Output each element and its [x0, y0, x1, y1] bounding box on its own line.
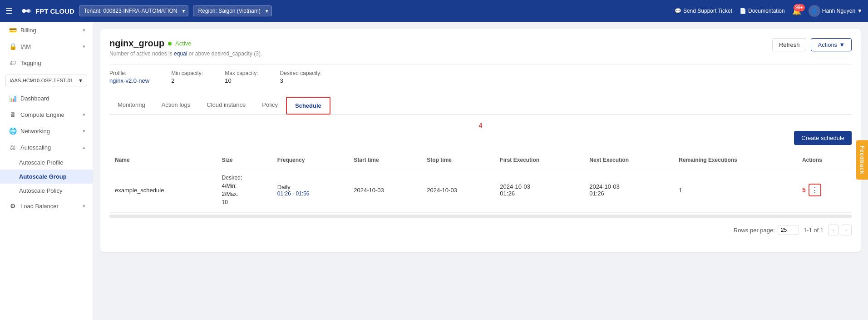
cell-remaining: 1: [673, 168, 797, 212]
user-name: Hanh Nguyen: [822, 8, 855, 14]
cell-size: Desired:4/Min:2/Max:10: [217, 168, 272, 212]
docs-icon: 📄: [740, 8, 746, 14]
group-title-area: nginx_group Active Number of active node…: [109, 38, 262, 57]
notification-bell[interactable]: 🔔 99+: [792, 7, 801, 15]
support-label: Send Support Ticket: [683, 8, 732, 14]
row-action-menu-button[interactable]: ⋮: [809, 184, 821, 196]
prev-page-button[interactable]: ‹: [828, 225, 839, 235]
group-selector-label: IAAS-HCM10-OSP-TEST-01: [10, 78, 73, 83]
table-scroll-area[interactable]: Name Size Frequency Start time Stop time…: [109, 152, 852, 213]
billing-label: Billing: [20, 27, 36, 34]
desired-capacity-item: Desired capacity: 3: [280, 70, 322, 84]
tagging-icon: 🏷: [9, 59, 17, 66]
pagination-bar: Rows per page: 25 50 100 1-1 of 1 ‹ ›: [109, 220, 852, 235]
compute-label: Compute Engine: [20, 111, 64, 118]
refresh-button[interactable]: Refresh: [772, 38, 807, 51]
col-start-time: Start time: [348, 152, 421, 168]
billing-icon: 💳: [9, 26, 17, 34]
billing-chevron-icon: ▾: [83, 27, 85, 33]
autoscaling-chevron-icon: ▴: [83, 145, 85, 150]
load-balancer-chevron-icon: ▾: [83, 203, 85, 209]
freq-time: 01:26 - 01:56: [277, 190, 343, 197]
docs-label: Documentation: [748, 8, 785, 14]
load-balancer-icon: ⚙: [9, 202, 17, 210]
tab-monitoring[interactable]: Monitoring: [109, 97, 153, 115]
sidebar-item-compute[interactable]: 🖥 Compute Engine ▾: [0, 106, 93, 123]
support-icon: 💬: [675, 8, 681, 14]
user-menu[interactable]: 👤 Hanh Nguyen ▼: [809, 5, 863, 17]
rows-per-page-selector[interactable]: 25 50 100: [778, 225, 799, 235]
desired-capacity-label: Desired capacity:: [280, 70, 322, 76]
sidebar-item-dashboard[interactable]: 📊 Dashboard: [0, 90, 93, 106]
logo: FPT CLOUD: [20, 5, 74, 17]
status-note-link[interactable]: equal: [174, 50, 187, 57]
col-next-exec: Next Execution: [584, 152, 673, 168]
col-stop-time: Stop time: [421, 152, 494, 168]
table-header: Name Size Frequency Start time Stop time…: [109, 152, 852, 168]
hamburger-icon[interactable]: ☰: [5, 6, 13, 16]
networking-chevron-icon: ▾: [83, 128, 85, 134]
cell-first-exec: 2024-10-0301:26: [494, 168, 584, 212]
sidebar-item-load-balancer[interactable]: ⚙ Load Balancer ▾: [0, 198, 93, 214]
dashboard-icon: 📊: [9, 95, 17, 102]
app-layout: 💳 Billing ▾ 🔒 IAM ▾ 🏷 Tagging IAAS-HCM10…: [0, 22, 868, 320]
sidebar-child-autoscale-policy[interactable]: Autoscale Policy: [0, 184, 93, 198]
docs-link[interactable]: 📄 Documentation: [740, 8, 785, 14]
svg-rect-2: [23, 10, 30, 12]
table-scroll-track[interactable]: [109, 215, 852, 218]
profile-value: nginx-v2.0-new: [109, 77, 149, 84]
rows-per-page-label: Rows per page:: [734, 227, 775, 234]
max-capacity-item: Max capacity: 10: [225, 70, 258, 84]
autoscaling-label: Autoscaling: [20, 144, 51, 151]
size-details: Desired:4/Min:2/Max:10: [222, 174, 266, 206]
col-remaining: Remaining Executions: [673, 152, 797, 168]
autoscale-policy-label: Autoscale Policy: [19, 187, 62, 194]
tab-cloud-instance[interactable]: Cloud instance: [198, 97, 254, 115]
iam-icon: 🔒: [9, 43, 17, 50]
desired-capacity-value: 3: [280, 77, 322, 84]
cell-stop-time: 2024-10-03: [421, 168, 494, 212]
sidebar-child-autoscale-group[interactable]: Autoscale Group: [0, 170, 93, 184]
capacity-row: Profile: nginx-v2.0-new Min capacity: 2 …: [109, 64, 852, 90]
actions-label: Actions: [818, 41, 837, 48]
feedback-tab[interactable]: Feedback: [856, 140, 868, 180]
rows-per-page-select[interactable]: 25 50 100: [778, 225, 799, 235]
status-dot: [168, 42, 172, 45]
page-info: 1-1 of 1: [804, 227, 824, 234]
sidebar-item-autoscaling[interactable]: ⚖ Autoscaling ▴: [0, 139, 93, 155]
schedule-toolbar: Create schedule: [109, 131, 852, 145]
compute-icon: 🖥: [9, 111, 17, 118]
table-body: example_schedule Desired:4/Min:2/Max:10 …: [109, 168, 852, 212]
status-label: Active: [175, 40, 191, 47]
schedule-table: Name Size Frequency Start time Stop time…: [109, 152, 852, 212]
sidebar-item-networking[interactable]: 🌐 Networking ▾: [0, 123, 93, 139]
tenant-selector[interactable]: Tenant: 000823-INFRA-AUTOMATION ▼: [79, 5, 189, 16]
autoscale-group-label: Autoscale Group: [19, 173, 67, 180]
group-selector[interactable]: IAAS-HCM10-OSP-TEST-01 ▼: [5, 75, 87, 86]
actions-button[interactable]: Actions ▼: [811, 38, 852, 51]
tab-schedule[interactable]: Schedule: [286, 97, 330, 115]
sidebar-item-iam[interactable]: 🔒 IAM ▾: [0, 38, 93, 55]
networking-icon: 🌐: [9, 127, 17, 135]
create-schedule-button[interactable]: Create schedule: [794, 131, 852, 145]
actions-cell: 5 ⋮: [802, 184, 846, 196]
region-selector[interactable]: Region: Saigon (Vietnam) ▼: [193, 5, 271, 16]
sidebar-child-autoscale-profile[interactable]: Autoscale Profile: [0, 155, 93, 170]
table-header-row: Name Size Frequency Start time Stop time…: [109, 152, 852, 168]
next-page-button[interactable]: ›: [841, 225, 852, 235]
col-size: Size: [217, 152, 272, 168]
top-nav: ☰ FPT CLOUD Tenant: 000823-INFRA-AUTOMAT…: [0, 0, 868, 22]
region-label: Region: Saigon (Vietnam): [193, 5, 271, 16]
compute-chevron-icon: ▾: [83, 112, 85, 118]
sidebar-item-billing[interactable]: 💳 Billing ▾: [0, 22, 93, 38]
min-capacity-label: Min capacity:: [171, 70, 203, 76]
cell-next-exec: 2024-10-0301:26: [584, 168, 673, 212]
tagging-label: Tagging: [20, 60, 41, 66]
cell-name: example_schedule: [109, 168, 217, 212]
tab-policy[interactable]: Policy: [254, 97, 286, 115]
col-frequency: Frequency: [272, 152, 349, 168]
support-link[interactable]: 💬 Send Support Ticket: [675, 8, 732, 14]
tab-action-logs[interactable]: Action logs: [153, 97, 199, 115]
autoscaling-icon: ⚖: [9, 144, 17, 151]
sidebar-item-tagging[interactable]: 🏷 Tagging: [0, 55, 93, 71]
